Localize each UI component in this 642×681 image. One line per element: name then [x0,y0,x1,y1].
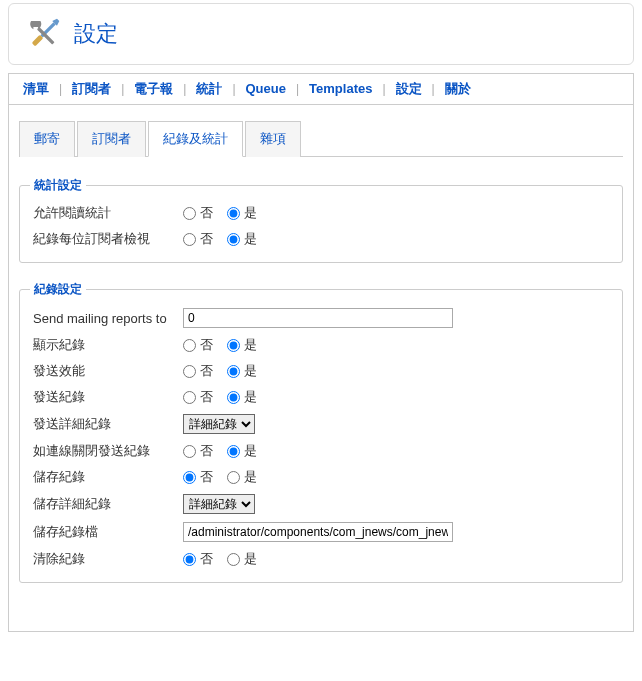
form-row: 發送紀錄否是 [30,384,612,410]
content-panel: 郵寄訂閱者紀錄及統計雜項 統計設定 允許閱讀統計否是紀錄每位訂閱者檢視否是 紀錄… [8,105,634,632]
radio-label-yes[interactable]: 是 [227,205,257,220]
radio-yes[interactable] [227,553,240,566]
page-header: 設定 [8,3,634,65]
radio-yes[interactable] [227,445,240,458]
form-row: 儲存詳細紀錄詳細紀錄 [30,490,612,518]
radio-no[interactable] [183,233,196,246]
send-reports-input[interactable] [183,308,453,328]
radio-label-no[interactable]: 否 [183,363,213,378]
form-row: 紀錄每位訂閱者檢視否是 [30,226,612,252]
menu-separator: | [376,82,391,96]
stats-settings-group: 統計設定 允許閱讀統計否是紀錄每位訂閱者檢視否是 [19,177,623,263]
radio-no[interactable] [183,365,196,378]
field-label: 發送紀錄 [30,384,180,410]
radio-no[interactable] [183,391,196,404]
radio-yes[interactable] [227,471,240,484]
field-label: 顯示紀錄 [30,332,180,358]
field-label: 如連線關閉發送紀錄 [30,438,180,464]
field-label: 發送詳細紀錄 [30,410,180,438]
menu-separator: | [226,82,241,96]
menu-item-6[interactable]: 設定 [392,81,426,96]
field-label: 紀錄每位訂閱者檢視 [30,226,180,252]
field-label: 發送效能 [30,358,180,384]
send-detail-select[interactable]: 詳細紀錄 [183,414,255,434]
stats-settings-legend: 統計設定 [30,177,86,194]
radio-no[interactable] [183,445,196,458]
radio-label-yes[interactable]: 是 [227,337,257,352]
form-row: 發送詳細紀錄詳細紀錄 [30,410,612,438]
tabs-bar: 郵寄訂閱者紀錄及統計雜項 [19,120,623,157]
form-row: 儲存紀錄檔 [30,518,612,546]
settings-tools-icon [24,14,64,54]
radio-yes[interactable] [227,391,240,404]
radio-label-yes[interactable]: 是 [227,389,257,404]
page-title: 設定 [74,19,118,49]
radio-label-yes[interactable]: 是 [227,231,257,246]
radio-yes[interactable] [227,339,240,352]
radio-label-no[interactable]: 否 [183,443,213,458]
radio-yes[interactable] [227,207,240,220]
log-settings-group: 紀錄設定 Send mailing reports to顯示紀錄否是發送效能否是… [19,281,623,583]
field-label: 允許閱讀統計 [30,200,180,226]
tab-0[interactable]: 郵寄 [19,121,75,157]
field-label: 儲存紀錄檔 [30,518,180,546]
form-row: 儲存紀錄否是 [30,464,612,490]
menu-item-1[interactable]: 訂閱者 [68,81,115,96]
radio-label-yes[interactable]: 是 [227,551,257,566]
radio-no[interactable] [183,553,196,566]
menu-item-3[interactable]: 統計 [192,81,226,96]
tab-1[interactable]: 訂閱者 [77,121,146,157]
form-row: Send mailing reports to [30,304,612,332]
log-settings-legend: 紀錄設定 [30,281,86,298]
tab-2[interactable]: 紀錄及統計 [148,121,243,157]
svg-rect-1 [32,35,44,47]
radio-label-yes[interactable]: 是 [227,469,257,484]
menu-item-5[interactable]: Templates [305,81,376,96]
menu-item-4[interactable]: Queue [242,81,290,96]
log-file-input[interactable] [183,522,453,542]
form-row: 顯示紀錄否是 [30,332,612,358]
radio-no[interactable] [183,471,196,484]
field-label: 儲存紀錄 [30,464,180,490]
menu-separator: | [115,82,130,96]
menu-separator: | [177,82,192,96]
radio-label-no[interactable]: 否 [183,231,213,246]
form-row: 允許閱讀統計否是 [30,200,612,226]
menu-item-2[interactable]: 電子報 [130,81,177,96]
tab-3[interactable]: 雜項 [245,121,301,157]
menu-separator: | [426,82,441,96]
radio-no[interactable] [183,339,196,352]
radio-label-no[interactable]: 否 [183,205,213,220]
menu-separator: | [290,82,305,96]
radio-label-yes[interactable]: 是 [227,443,257,458]
menu-item-7[interactable]: 關於 [441,81,475,96]
form-row: 如連線關閉發送紀錄否是 [30,438,612,464]
radio-label-yes[interactable]: 是 [227,363,257,378]
field-label: Send mailing reports to [30,304,180,332]
svg-rect-0 [40,22,55,37]
form-row: 清除紀錄否是 [30,546,612,572]
radio-no[interactable] [183,207,196,220]
menu-item-0[interactable]: 清單 [19,81,53,96]
radio-label-no[interactable]: 否 [183,551,213,566]
main-menu: 清單|訂閱者|電子報|統計|Queue|Templates|設定|關於 [8,73,634,105]
radio-label-no[interactable]: 否 [183,337,213,352]
radio-yes[interactable] [227,233,240,246]
field-label: 清除紀錄 [30,546,180,572]
menu-separator: | [53,82,68,96]
radio-label-no[interactable]: 否 [183,469,213,484]
form-row: 發送效能否是 [30,358,612,384]
radio-label-no[interactable]: 否 [183,389,213,404]
radio-yes[interactable] [227,365,240,378]
field-label: 儲存詳細紀錄 [30,490,180,518]
save-detail-select[interactable]: 詳細紀錄 [183,494,255,514]
